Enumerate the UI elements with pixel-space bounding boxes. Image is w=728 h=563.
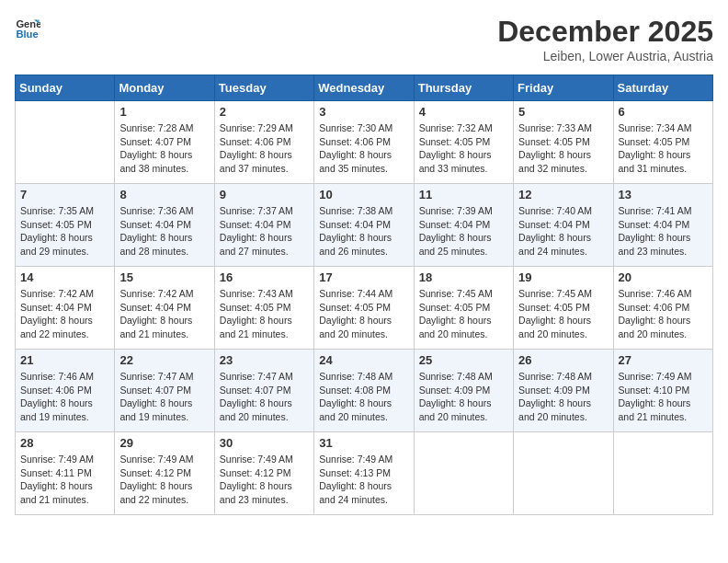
calendar-cell: 6Sunrise: 7:34 AMSunset: 4:05 PMDaylight… <box>613 101 712 184</box>
calendar-cell: 22Sunrise: 7:47 AMSunset: 4:07 PMDayligh… <box>115 350 214 432</box>
day-number: 10 <box>319 188 408 201</box>
calendar-cell: 12Sunrise: 7:40 AMSunset: 4:04 PMDayligh… <box>514 184 613 267</box>
day-info: Sunrise: 7:46 AMSunset: 4:06 PMDaylight:… <box>20 370 109 424</box>
weekday-header-monday: Monday <box>115 75 214 101</box>
day-number: 3 <box>319 105 408 119</box>
day-number: 12 <box>518 188 608 201</box>
calendar-cell: 11Sunrise: 7:39 AMSunset: 4:04 PMDayligh… <box>414 184 513 267</box>
day-info: Sunrise: 7:48 AMSunset: 4:08 PMDaylight:… <box>319 370 408 424</box>
day-info: Sunrise: 7:42 AMSunset: 4:04 PMDaylight:… <box>119 287 209 341</box>
calendar-cell: 17Sunrise: 7:44 AMSunset: 4:05 PMDayligh… <box>314 267 414 350</box>
calendar-cell <box>414 432 513 515</box>
calendar-table: SundayMondayTuesdayWednesdayThursdayFrid… <box>15 75 713 515</box>
calendar-cell: 1Sunrise: 7:28 AMSunset: 4:07 PMDaylight… <box>115 101 214 184</box>
calendar-week-3: 21Sunrise: 7:46 AMSunset: 4:06 PMDayligh… <box>16 350 713 432</box>
day-info: Sunrise: 7:44 AMSunset: 4:05 PMDaylight:… <box>319 287 408 341</box>
day-info: Sunrise: 7:46 AMSunset: 4:06 PMDaylight:… <box>619 287 708 341</box>
day-number: 7 <box>20 188 109 201</box>
day-info: Sunrise: 7:30 AMSunset: 4:06 PMDaylight:… <box>319 121 408 176</box>
calendar-cell: 5Sunrise: 7:33 AMSunset: 4:05 PMDaylight… <box>514 101 613 184</box>
day-info: Sunrise: 7:39 AMSunset: 4:04 PMDaylight:… <box>419 204 508 259</box>
day-info: Sunrise: 7:48 AMSunset: 4:09 PMDaylight:… <box>419 370 508 424</box>
calendar-week-4: 28Sunrise: 7:49 AMSunset: 4:11 PMDayligh… <box>16 432 713 515</box>
weekday-header-wednesday: Wednesday <box>314 75 414 101</box>
title-block: December 2025 Leiben, Lower Austria, Aus… <box>497 15 713 63</box>
day-info: Sunrise: 7:43 AMSunset: 4:05 PMDaylight:… <box>220 287 309 341</box>
day-number: 5 <box>518 105 608 119</box>
calendar-cell: 16Sunrise: 7:43 AMSunset: 4:05 PMDayligh… <box>214 267 313 350</box>
calendar-cell: 21Sunrise: 7:46 AMSunset: 4:06 PMDayligh… <box>16 350 115 432</box>
day-number: 18 <box>419 270 508 284</box>
calendar-cell: 14Sunrise: 7:42 AMSunset: 4:04 PMDayligh… <box>16 267 115 350</box>
calendar-week-1: 7Sunrise: 7:35 AMSunset: 4:05 PMDaylight… <box>16 184 713 267</box>
calendar-cell: 20Sunrise: 7:46 AMSunset: 4:06 PMDayligh… <box>613 267 712 350</box>
weekday-row: SundayMondayTuesdayWednesdayThursdayFrid… <box>16 75 713 101</box>
location: Leiben, Lower Austria, Austria <box>497 49 713 63</box>
calendar-cell: 13Sunrise: 7:41 AMSunset: 4:04 PMDayligh… <box>613 184 712 267</box>
day-info: Sunrise: 7:42 AMSunset: 4:04 PMDaylight:… <box>20 287 109 341</box>
weekday-header-sunday: Sunday <box>16 75 115 101</box>
day-number: 14 <box>20 270 109 284</box>
day-number: 23 <box>220 353 309 367</box>
calendar-cell: 8Sunrise: 7:36 AMSunset: 4:04 PMDaylight… <box>115 184 214 267</box>
day-info: Sunrise: 7:38 AMSunset: 4:04 PMDaylight:… <box>319 204 408 259</box>
calendar-cell: 7Sunrise: 7:35 AMSunset: 4:05 PMDaylight… <box>16 184 115 267</box>
day-info: Sunrise: 7:28 AMSunset: 4:07 PMDaylight:… <box>119 121 209 176</box>
day-number: 11 <box>419 188 508 201</box>
calendar-cell: 18Sunrise: 7:45 AMSunset: 4:05 PMDayligh… <box>414 267 513 350</box>
day-info: Sunrise: 7:49 AMSunset: 4:13 PMDaylight:… <box>319 453 408 507</box>
day-number: 4 <box>419 105 508 119</box>
day-info: Sunrise: 7:49 AMSunset: 4:12 PMDaylight:… <box>220 453 309 507</box>
day-info: Sunrise: 7:40 AMSunset: 4:04 PMDaylight:… <box>518 204 608 259</box>
calendar-cell <box>613 432 712 515</box>
day-info: Sunrise: 7:37 AMSunset: 4:04 PMDaylight:… <box>220 204 309 259</box>
day-number: 16 <box>220 270 309 284</box>
calendar-cell: 9Sunrise: 7:37 AMSunset: 4:04 PMDaylight… <box>214 184 313 267</box>
day-number: 2 <box>220 105 309 119</box>
calendar-week-0: 1Sunrise: 7:28 AMSunset: 4:07 PMDaylight… <box>16 101 713 184</box>
calendar-cell: 31Sunrise: 7:49 AMSunset: 4:13 PMDayligh… <box>314 432 414 515</box>
day-number: 1 <box>119 105 209 119</box>
day-info: Sunrise: 7:36 AMSunset: 4:04 PMDaylight:… <box>119 204 209 259</box>
page-header: General Blue December 2025 Leiben, Lower… <box>15 15 713 63</box>
calendar-cell: 3Sunrise: 7:30 AMSunset: 4:06 PMDaylight… <box>314 101 414 184</box>
day-number: 8 <box>119 188 209 201</box>
calendar-cell: 29Sunrise: 7:49 AMSunset: 4:12 PMDayligh… <box>115 432 214 515</box>
day-number: 21 <box>20 353 109 367</box>
calendar-body: 1Sunrise: 7:28 AMSunset: 4:07 PMDaylight… <box>16 101 713 515</box>
day-number: 26 <box>518 353 608 367</box>
calendar-week-2: 14Sunrise: 7:42 AMSunset: 4:04 PMDayligh… <box>16 267 713 350</box>
calendar-cell: 27Sunrise: 7:49 AMSunset: 4:10 PMDayligh… <box>613 350 712 432</box>
calendar-cell <box>514 432 613 515</box>
weekday-header-saturday: Saturday <box>613 75 712 101</box>
day-number: 25 <box>419 353 508 367</box>
day-number: 27 <box>619 353 708 367</box>
day-info: Sunrise: 7:45 AMSunset: 4:05 PMDaylight:… <box>518 287 608 341</box>
calendar-cell: 24Sunrise: 7:48 AMSunset: 4:08 PMDayligh… <box>314 350 414 432</box>
calendar-cell: 15Sunrise: 7:42 AMSunset: 4:04 PMDayligh… <box>115 267 214 350</box>
day-info: Sunrise: 7:29 AMSunset: 4:06 PMDaylight:… <box>220 121 309 176</box>
day-info: Sunrise: 7:49 AMSunset: 4:11 PMDaylight:… <box>20 453 109 507</box>
day-number: 19 <box>518 270 608 284</box>
day-info: Sunrise: 7:41 AMSunset: 4:04 PMDaylight:… <box>619 204 708 259</box>
calendar-cell: 25Sunrise: 7:48 AMSunset: 4:09 PMDayligh… <box>414 350 513 432</box>
calendar-cell: 2Sunrise: 7:29 AMSunset: 4:06 PMDaylight… <box>214 101 313 184</box>
day-number: 30 <box>220 436 309 450</box>
day-info: Sunrise: 7:47 AMSunset: 4:07 PMDaylight:… <box>220 370 309 424</box>
day-number: 29 <box>119 436 209 450</box>
calendar-header: SundayMondayTuesdayWednesdayThursdayFrid… <box>16 75 713 101</box>
weekday-header-thursday: Thursday <box>414 75 513 101</box>
day-number: 15 <box>119 270 209 284</box>
day-info: Sunrise: 7:35 AMSunset: 4:05 PMDaylight:… <box>20 204 109 259</box>
day-info: Sunrise: 7:32 AMSunset: 4:05 PMDaylight:… <box>419 121 508 176</box>
logo-icon: General Blue <box>15 15 40 40</box>
calendar-cell: 19Sunrise: 7:45 AMSunset: 4:05 PMDayligh… <box>514 267 613 350</box>
calendar-cell: 23Sunrise: 7:47 AMSunset: 4:07 PMDayligh… <box>214 350 313 432</box>
calendar-cell: 10Sunrise: 7:38 AMSunset: 4:04 PMDayligh… <box>314 184 414 267</box>
logo: General Blue <box>15 15 40 40</box>
svg-text:Blue: Blue <box>16 29 38 40</box>
day-info: Sunrise: 7:34 AMSunset: 4:05 PMDaylight:… <box>619 121 708 176</box>
day-number: 17 <box>319 270 408 284</box>
day-number: 13 <box>619 188 708 201</box>
day-info: Sunrise: 7:47 AMSunset: 4:07 PMDaylight:… <box>119 370 209 424</box>
